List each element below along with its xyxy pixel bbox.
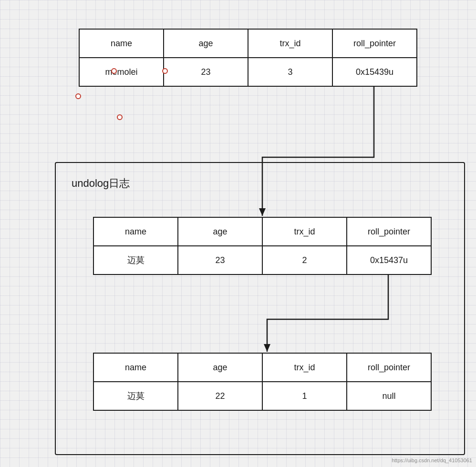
middle-table: name age trx_id roll_pointer 迈莫 23 2 0x1…: [93, 217, 432, 275]
connector-circle-2: [162, 68, 168, 74]
bottom-header-rollpointer: roll_pointer: [347, 353, 431, 382]
middle-cell-rollpointer: 0x15437u: [347, 246, 431, 274]
bottom-cell-age: 22: [178, 382, 262, 410]
connector-circle-1: [111, 68, 117, 74]
middle-header-name: name: [93, 217, 178, 246]
bottom-header-trxid: trx_id: [262, 353, 347, 382]
top-table: name age trx_id roll_pointer memolei 23 …: [79, 29, 417, 87]
top-header-rollpointer: roll_pointer: [332, 29, 417, 58]
middle-cell-name: 迈莫: [93, 246, 178, 274]
bottom-cell-name: 迈莫: [93, 382, 178, 410]
bottom-header-age: age: [178, 353, 262, 382]
connector-circle-4: [117, 114, 123, 120]
top-header-trxid: trx_id: [248, 29, 332, 58]
top-cell-rollpointer: 0x15439u: [332, 58, 417, 86]
middle-cell-trxid: 2: [262, 246, 347, 274]
undolog-label: undolog日志: [72, 176, 130, 191]
top-header-name: name: [79, 29, 164, 58]
bottom-cell-trxid: 1: [262, 382, 347, 410]
bottom-table: name age trx_id roll_pointer 迈莫 22 1 nul…: [93, 353, 432, 411]
connector-circle-3: [75, 93, 81, 99]
top-cell-age: 23: [164, 58, 248, 86]
middle-header-rollpointer: roll_pointer: [347, 217, 431, 246]
undolog-box: [55, 162, 465, 455]
top-cell-name: memolei: [79, 58, 164, 86]
middle-cell-age: 23: [178, 246, 262, 274]
middle-header-age: age: [178, 217, 262, 246]
top-header-age: age: [164, 29, 248, 58]
diagram-container: undolog日志 name age trx_id roll_pointer m…: [0, 0, 476, 467]
watermark: https://uibg.csdn.net/dq_41053061: [392, 457, 472, 463]
bottom-cell-rollpointer: null: [347, 382, 431, 410]
bottom-header-name: name: [93, 353, 178, 382]
top-cell-trxid: 3: [248, 58, 332, 86]
middle-header-trxid: trx_id: [262, 217, 347, 246]
